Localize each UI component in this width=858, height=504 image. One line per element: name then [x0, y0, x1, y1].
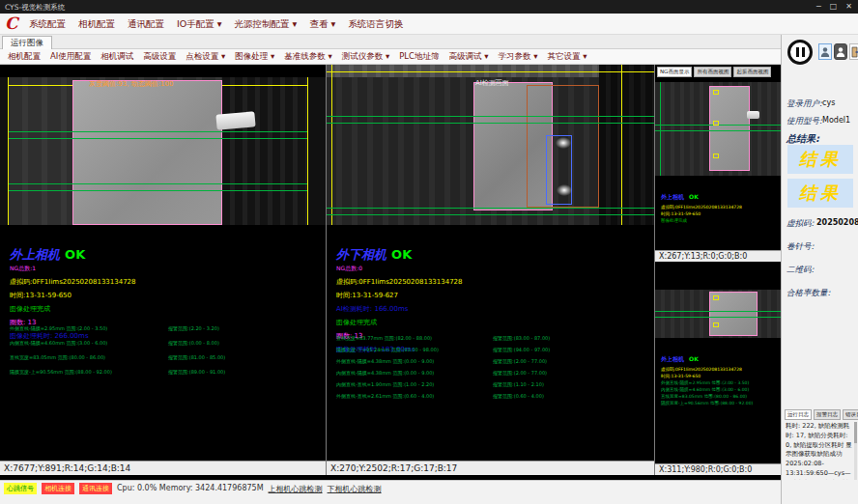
menu-view[interactable]: 查看 ▾ [309, 18, 335, 31]
log-scrollbar[interactable] [854, 422, 857, 480]
measure-line [655, 130, 781, 131]
window-controls: ─ □ ✕ [816, 2, 852, 11]
maximize-button[interactable]: □ [830, 2, 838, 11]
tool-image-processing[interactable]: 图像处理 ▾ [235, 51, 274, 63]
measure-line [9, 138, 307, 139]
exit-button[interactable] [849, 43, 858, 60]
menu-camera-config[interactable]: 相机配置 [78, 18, 115, 31]
tab-ng-display[interactable]: NG画面显示 [657, 67, 692, 77]
menu-language-switch[interactable]: 系统语言切换 [348, 18, 403, 31]
menu-light-config[interactable]: 光源控制配置 ▾ [235, 18, 298, 31]
close-button[interactable]: ✕ [845, 2, 852, 11]
measurement-row: 外侧直线-直线=2.61mm 范围:(0.60 - 4.00) 报警范围:(0.… [336, 393, 645, 405]
mini-result-block: 外上相机 OK 虚拟码:0FF1Iims20250208133134728 时间… [661, 184, 742, 223]
mini-view-top[interactable]: 外上相机 OK 虚拟码:0FF1Iims20250208133134728 时间… [655, 80, 781, 262]
right-panel: 登录用户: cys 使用型号: Model1 总结果: 结果 结果 虚拟码: 2… [781, 35, 858, 504]
mini-view-tabs: NG画面显示 所有画面视图 起振画面视图 [657, 67, 771, 77]
led-highlight [557, 184, 572, 196]
measurement-alarm: 报警范围:(0.60 - 4.00) [493, 393, 544, 399]
title-bar: CYS-视觉检测系统 ─ □ ✕ [0, 0, 858, 14]
model-label: 使用型号: [786, 116, 822, 127]
tool-advanced-settings[interactable]: 高级设置 [143, 51, 176, 63]
tool-tester-params[interactable]: 测试仪参数 ▾ [342, 51, 389, 63]
needle-number-label: 卷针号: [786, 241, 814, 253]
toolbar: 相机配置 AI使用配置 相机调试 高级设置 点检设置 ▾ 图像处理 ▾ 基准线参… [0, 49, 781, 65]
measurement-value: 内侧直线-隔膜=4.60mm 范围:(3.00 - 6.00) [661, 387, 753, 392]
barcode-label: 虚拟码:0FF1Iims20250208133134728 [661, 367, 753, 372]
measurement-row: 内侧直线-直线=1.90mm 范围:(1.00 - 2.20) 报警范围:(1.… [336, 381, 645, 393]
tab-run-log[interactable]: 运行日志 [785, 409, 812, 420]
measure-line [660, 82, 661, 176]
lower-camera-heartbeat-link[interactable]: 下相机心跳检测 [328, 483, 382, 494]
measurement-row: 直线宽度=83.05mm 范围:(80.00 - 86.00) 报警范围:(81… [10, 354, 319, 366]
tab-error-log[interactable]: 错误日志 [843, 409, 858, 420]
menu-bar: C 系统配置 相机配置 通讯配置 IO手配置 ▾ 光源控制配置 ▾ 查看 ▾ 系… [0, 14, 858, 35]
roi-marker [713, 121, 719, 126]
camera-view-left: 灰度阈值:93, 动态阈值:100 外上相机 OK NG总数:1 虚拟码:0FF… [0, 65, 327, 475]
done-label: 图像处理完成 [661, 218, 742, 223]
virtual-code-label: 虚拟码: [786, 218, 814, 230]
pause-button[interactable] [787, 40, 813, 65]
menu-system-config[interactable]: 系统配置 [29, 18, 66, 31]
measurement-alarm: 报警范围:(83.00 - 87.00) [493, 335, 550, 341]
mini-top-pixel-readout: X:267;Y:13;R:0;G:0;B:0 [655, 250, 781, 262]
login-user-button[interactable] [818, 43, 832, 60]
tool-camera-config[interactable]: 相机配置 [8, 51, 41, 63]
login-user-value: cys [822, 98, 835, 107]
user-account-button[interactable] [834, 43, 847, 60]
nozzle-object [747, 111, 759, 119]
measure-line [327, 123, 654, 124]
result-ok-label: OK [391, 247, 412, 262]
tab-run-image[interactable]: 运行图像 [2, 36, 52, 49]
virtual-code-value: 20250208 [816, 218, 858, 227]
log-text: 耗时: 222, 缺陷检测耗时: 17, 缺陷分类耗时: 0, 缺陷提取分区耗时… [786, 422, 853, 480]
tool-advanced-debug[interactable]: 高级调试 ▾ [449, 51, 489, 63]
result-ok-label: OK [689, 355, 699, 362]
tool-learning-params[interactable]: 学习参数 ▾ [498, 51, 537, 63]
measurement-alarm: 报警范围:(89.00 - 91.00) [168, 369, 225, 375]
threshold-overlay-label: 灰度阈值:93, 动态阈值:100 [89, 79, 173, 89]
result-box-2: 结果 [787, 179, 853, 208]
status-bar: 心跳信号 相机连接 通讯连接 Cpu: 0.0% Memory: 3424.41… [0, 480, 781, 504]
upper-camera-heartbeat-link[interactable]: 上相机心跳检测 [269, 483, 323, 494]
tab-all-frames[interactable]: 所有画面视图 [694, 67, 731, 77]
mini-result-block: 外上相机 OK 虚拟码:0FF1Iims20250208133134728 时间… [661, 347, 753, 406]
tool-spotcheck-settings[interactable]: 点检设置 ▾ [186, 51, 225, 63]
measure-line [327, 116, 654, 117]
tool-other-settings[interactable]: 其它设置 ▾ [547, 51, 586, 63]
measure-line [9, 190, 307, 191]
camera-view-center: AI检测画面 外下相机 OK NG总数:0 虚拟码:0FF1Iims202502… [327, 65, 655, 475]
tab-alarm-log[interactable]: 报警日志 [814, 409, 841, 420]
mini-image [655, 290, 781, 338]
product-roi [72, 80, 222, 225]
minimize-button[interactable]: ─ [816, 2, 821, 11]
tool-camera-debug[interactable]: 相机调试 [100, 51, 133, 63]
center-camera-image[interactable]: AI检测画面 [327, 65, 654, 225]
time-label: 时间:13-31-59-650 [661, 211, 742, 216]
left-camera-image[interactable]: 灰度阈值:93, 动态阈值:100 [0, 77, 326, 225]
menu-io-config[interactable]: IO手配置 ▾ [177, 18, 222, 31]
menu-items: 系统配置 相机配置 通讯配置 IO手配置 ▾ 光源控制配置 ▾ 查看 ▾ 系统语… [29, 18, 403, 31]
measurement-value: 外侧直线-隔膜=2.95mm 范围:(2.00 - 3.50) [661, 380, 753, 385]
tool-ai-config[interactable]: AI使用配置 [50, 51, 91, 63]
log-tabs: 运行日志 报警日志 错误日志 [785, 409, 858, 420]
tool-plc-address[interactable]: PLC地址簿 [399, 51, 439, 63]
ng-count-label: NG总数:0 [336, 265, 463, 273]
menu-comm-config[interactable]: 通讯配置 [128, 18, 164, 31]
measurement-value: 外侧直线-隔膜=4.38mm 范围:(0.00 - 9.00) [336, 358, 434, 364]
mini-view-bottom[interactable]: 外上相机 OK 虚拟码:0FF1Iims20250208133134728 时间… [655, 273, 781, 475]
camera-name-label: 外上相机 [661, 193, 684, 200]
measurement-value: 隔膜宽度-下=95.24mm 范围:(93.00 - 98.00) [336, 347, 439, 352]
calib-line-right [307, 77, 308, 225]
measure-line [9, 131, 307, 132]
camera-name-label: 外上相机 [661, 355, 684, 362]
tool-baseline-params[interactable]: 基准线参数 ▾ [284, 51, 331, 63]
measurement-row: 隔膜宽度-上=90.56mm 范围:(88.00 - 92.00) 报警范围:(… [10, 369, 319, 380]
mini-view-column: NG画面显示 所有画面视图 起振画面视图 外上相机 OK 虚拟码: [655, 65, 781, 475]
camera-name-label: 外上相机 [10, 247, 60, 262]
tab-trigger-frames[interactable]: 起振画面视图 [733, 67, 771, 77]
measurement-alarm: 报警范围:(0.00 - 8.00) [168, 340, 219, 346]
measurement-row: 隔膜宽度-下=95.24mm 范围:(93.00 - 98.00) 报警范围:(… [336, 347, 645, 358]
result-box-1: 结果 [787, 145, 853, 174]
center-pixel-readout: X:270;Y:2502;R:17;G:17;B:17 [327, 461, 654, 475]
